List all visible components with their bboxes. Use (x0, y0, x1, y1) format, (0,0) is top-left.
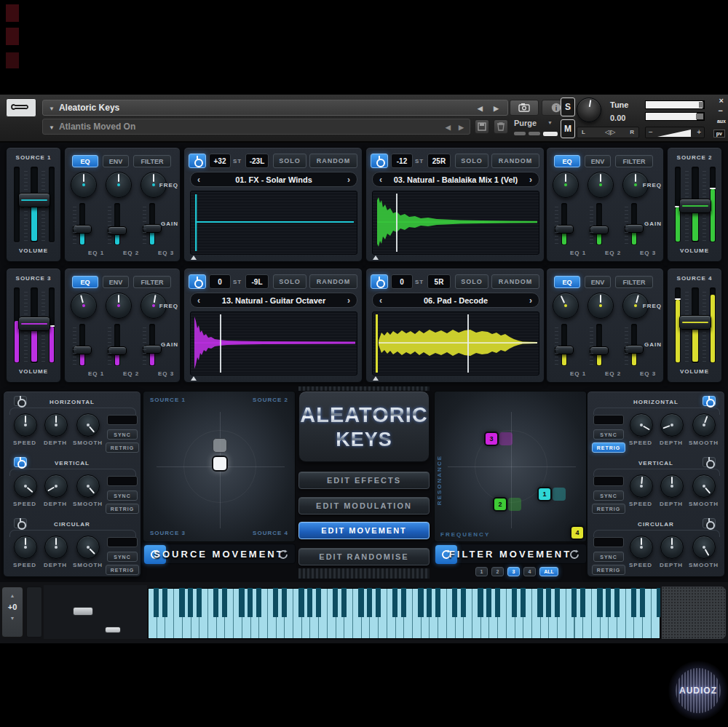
h-sync-button[interactable]: SYNC (107, 429, 138, 440)
xy-handle[interactable] (212, 456, 228, 472)
filter-select-3[interactable]: 3 (507, 567, 520, 576)
h-retrig-button[interactable]: RETRIG (106, 442, 139, 453)
source1-random-button[interactable]: RANDOM (309, 154, 357, 168)
pv-button[interactable]: pv (713, 130, 725, 138)
next-sample-icon[interactable]: › (347, 172, 350, 188)
v-sync-display[interactable] (593, 476, 624, 486)
tab-filter[interactable]: FILTER (615, 155, 653, 167)
c-depth-knob[interactable] (660, 536, 684, 559)
prev-sample-icon[interactable]: ‹ (379, 172, 382, 188)
source4-waveform-display[interactable] (372, 311, 539, 376)
filter-select-all[interactable]: ALL (539, 567, 558, 576)
tab-env[interactable]: ENV (585, 155, 611, 167)
next-sample-icon[interactable]: › (529, 293, 532, 309)
source1-waveform-display[interactable] (190, 191, 357, 255)
save-button[interactable] (475, 119, 489, 134)
filter1-handle[interactable]: 1 (537, 487, 552, 501)
c-speed-knob[interactable] (630, 536, 653, 559)
source4-sample-selector[interactable]: ‹ 06. Pad - Decode › (372, 293, 539, 308)
source3-solo-button[interactable]: SOLO (273, 274, 306, 289)
filter-select-1[interactable]: 1 (475, 567, 488, 576)
source3-pan-value[interactable]: -9L (245, 274, 269, 289)
parent-title-bar[interactable]: ▼Atlantis Moved On ◀ ▶ (42, 119, 470, 135)
edit-effects-button[interactable]: EDIT EFFECTS (298, 472, 430, 489)
tune-knob[interactable] (577, 98, 601, 122)
next-arrow[interactable]: ▶ (459, 119, 464, 135)
h-sync-display[interactable] (593, 415, 624, 425)
h-smooth-knob[interactable] (692, 413, 716, 437)
edit-randomise-button[interactable]: EDIT RANDOMISE (298, 548, 430, 565)
close-button[interactable]: × (719, 96, 724, 105)
source2-random-button[interactable]: RANDOM (491, 154, 539, 168)
edit-movement-button[interactable]: EDIT MOVEMENT (298, 522, 430, 539)
transpose-up-icon[interactable]: ▲ (2, 593, 23, 598)
v-sync-button[interactable]: SYNC (107, 490, 138, 501)
source2-volume-fader[interactable] (679, 199, 711, 213)
purge-caret-icon[interactable]: ▼ (547, 120, 553, 125)
tab-eq[interactable]: EQ (72, 155, 98, 167)
eq2-freq-knob[interactable] (106, 293, 132, 319)
v-speed-knob[interactable] (630, 474, 653, 498)
tab-eq[interactable]: EQ (72, 276, 98, 288)
prev-arrow[interactable]: ◀ (446, 119, 451, 135)
delete-button[interactable] (494, 119, 508, 134)
v-smooth-knob[interactable] (76, 474, 100, 498)
volume-plus[interactable]: + (697, 128, 701, 136)
source2-solo-button[interactable]: SOLO (455, 154, 488, 168)
eq1-freq-knob[interactable] (553, 293, 579, 319)
source4-random-button[interactable]: RANDOM (491, 274, 539, 289)
source2-power-button[interactable] (371, 154, 388, 168)
purge-label[interactable]: Purge (514, 119, 537, 127)
volume-minus[interactable]: − (649, 128, 653, 136)
filter2-handle[interactable]: 2 (493, 497, 507, 512)
eq2-freq-knob[interactable] (106, 172, 132, 198)
c-speed-knob[interactable] (14, 536, 37, 559)
snapshot-view-button[interactable] (510, 100, 539, 116)
next-sample-icon[interactable]: › (529, 172, 532, 188)
c-smooth-knob[interactable] (76, 536, 100, 559)
v-smooth-knob[interactable] (692, 474, 716, 498)
v-sync-button[interactable]: SYNC (593, 490, 624, 501)
h-sync-button[interactable]: SYNC (593, 429, 624, 440)
source4-volume-fader[interactable] (679, 315, 711, 330)
c-sync-display[interactable] (593, 537, 624, 547)
c-depth-knob[interactable] (44, 536, 68, 559)
tab-env[interactable]: ENV (103, 155, 129, 167)
piano-black-keys[interactable] (148, 588, 660, 617)
source-movement-pad[interactable]: SOURCE 1 SOURCE 2 SOURCE 3 SOURCE 4 (143, 391, 296, 542)
source4-tune-value[interactable]: 0 (391, 274, 413, 289)
source2-pan-value[interactable]: 25R (427, 154, 451, 168)
c-smooth-knob[interactable] (692, 536, 716, 559)
filter-select-4[interactable]: 4 (523, 567, 536, 576)
source1-solo-button[interactable]: SOLO (273, 154, 306, 168)
transpose-control[interactable]: ▲ +0 ▼ (1, 587, 23, 637)
source-movement-reset-button[interactable] (272, 545, 294, 564)
keyboard-scroll-handle[interactable] (73, 607, 93, 616)
eq2-freq-knob[interactable] (587, 293, 614, 319)
tab-filter[interactable]: FILTER (133, 155, 171, 167)
volume-slider[interactable]: − + (645, 127, 705, 138)
h-depth-knob[interactable] (44, 413, 68, 437)
tab-eq[interactable]: EQ (554, 155, 580, 167)
prev-sample-icon[interactable]: ‹ (379, 293, 382, 309)
c-retrig-button[interactable]: RETRIG (106, 565, 139, 575)
c-sync-button[interactable]: SYNC (107, 552, 138, 562)
source2-waveform-display[interactable] (372, 191, 539, 255)
tab-env[interactable]: ENV (585, 276, 611, 288)
source1-sample-selector[interactable]: ‹ 01. FX - Solar Winds › (190, 172, 357, 187)
next-instrument-arrow[interactable]: ▶ (494, 100, 499, 116)
next-sample-icon[interactable]: › (347, 293, 350, 309)
source1-volume-fader[interactable] (18, 193, 50, 207)
h-speed-knob[interactable] (630, 413, 653, 437)
mute-button[interactable]: M (561, 119, 575, 138)
source4-solo-button[interactable]: SOLO (455, 274, 488, 289)
prev-sample-icon[interactable]: ‹ (197, 293, 200, 309)
filter4-handle[interactable]: 4 (570, 525, 585, 540)
wrench-button[interactable] (6, 98, 36, 117)
source1-power-button[interactable] (189, 154, 206, 168)
source3-tune-value[interactable]: 0 (209, 274, 231, 289)
v-retrig-button[interactable]: RETRIG (592, 504, 625, 514)
c-sync-display[interactable] (107, 537, 138, 547)
eq1-freq-knob[interactable] (71, 172, 97, 198)
source1-tune-value[interactable]: +32 (209, 154, 231, 168)
